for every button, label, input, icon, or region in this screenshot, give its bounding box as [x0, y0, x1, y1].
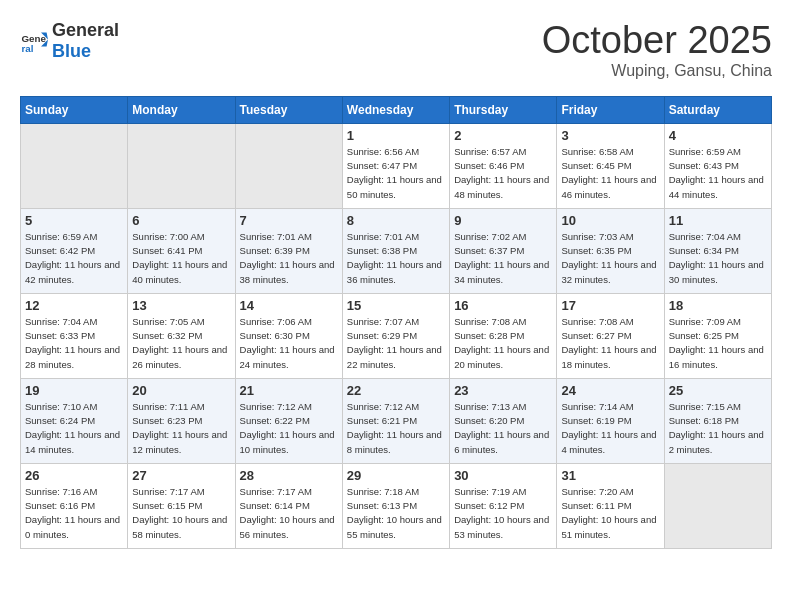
- cell-info: Sunrise: 7:08 AM Sunset: 6:28 PM Dayligh…: [454, 315, 552, 372]
- calendar-week-1: 1Sunrise: 6:56 AM Sunset: 6:47 PM Daylig…: [21, 123, 772, 208]
- day-number: 19: [25, 383, 123, 398]
- calendar-cell: 5Sunrise: 6:59 AM Sunset: 6:42 PM Daylig…: [21, 208, 128, 293]
- calendar-cell: 23Sunrise: 7:13 AM Sunset: 6:20 PM Dayli…: [450, 378, 557, 463]
- calendar-cell: [21, 123, 128, 208]
- day-number: 15: [347, 298, 445, 313]
- cell-info: Sunrise: 6:59 AM Sunset: 6:43 PM Dayligh…: [669, 145, 767, 202]
- day-number: 29: [347, 468, 445, 483]
- day-header-monday: Monday: [128, 96, 235, 123]
- day-number: 17: [561, 298, 659, 313]
- cell-info: Sunrise: 7:17 AM Sunset: 6:15 PM Dayligh…: [132, 485, 230, 542]
- day-number: 10: [561, 213, 659, 228]
- calendar-cell: 22Sunrise: 7:12 AM Sunset: 6:21 PM Dayli…: [342, 378, 449, 463]
- logo-text: General Blue: [52, 20, 119, 62]
- calendar-cell: 26Sunrise: 7:16 AM Sunset: 6:16 PM Dayli…: [21, 463, 128, 548]
- calendar-cell: 24Sunrise: 7:14 AM Sunset: 6:19 PM Dayli…: [557, 378, 664, 463]
- cell-info: Sunrise: 7:05 AM Sunset: 6:32 PM Dayligh…: [132, 315, 230, 372]
- day-number: 22: [347, 383, 445, 398]
- calendar-cell: 4Sunrise: 6:59 AM Sunset: 6:43 PM Daylig…: [664, 123, 771, 208]
- calendar-cell: 12Sunrise: 7:04 AM Sunset: 6:33 PM Dayli…: [21, 293, 128, 378]
- calendar-cell: 3Sunrise: 6:58 AM Sunset: 6:45 PM Daylig…: [557, 123, 664, 208]
- calendar-cell: 16Sunrise: 7:08 AM Sunset: 6:28 PM Dayli…: [450, 293, 557, 378]
- day-number: 13: [132, 298, 230, 313]
- cell-info: Sunrise: 6:59 AM Sunset: 6:42 PM Dayligh…: [25, 230, 123, 287]
- cell-info: Sunrise: 7:20 AM Sunset: 6:11 PM Dayligh…: [561, 485, 659, 542]
- day-number: 8: [347, 213, 445, 228]
- calendar-cell: 7Sunrise: 7:01 AM Sunset: 6:39 PM Daylig…: [235, 208, 342, 293]
- day-number: 30: [454, 468, 552, 483]
- cell-info: Sunrise: 6:56 AM Sunset: 6:47 PM Dayligh…: [347, 145, 445, 202]
- calendar-cell: 19Sunrise: 7:10 AM Sunset: 6:24 PM Dayli…: [21, 378, 128, 463]
- day-header-friday: Friday: [557, 96, 664, 123]
- month-title: October 2025: [542, 20, 772, 62]
- cell-info: Sunrise: 7:01 AM Sunset: 6:39 PM Dayligh…: [240, 230, 338, 287]
- day-number: 4: [669, 128, 767, 143]
- calendar-cell: 28Sunrise: 7:17 AM Sunset: 6:14 PM Dayli…: [235, 463, 342, 548]
- day-number: 1: [347, 128, 445, 143]
- cell-info: Sunrise: 7:14 AM Sunset: 6:19 PM Dayligh…: [561, 400, 659, 457]
- calendar-cell: [235, 123, 342, 208]
- calendar-cell: 1Sunrise: 6:56 AM Sunset: 6:47 PM Daylig…: [342, 123, 449, 208]
- cell-info: Sunrise: 7:12 AM Sunset: 6:21 PM Dayligh…: [347, 400, 445, 457]
- day-number: 28: [240, 468, 338, 483]
- calendar-cell: 27Sunrise: 7:17 AM Sunset: 6:15 PM Dayli…: [128, 463, 235, 548]
- day-number: 6: [132, 213, 230, 228]
- day-header-sunday: Sunday: [21, 96, 128, 123]
- cell-info: Sunrise: 6:58 AM Sunset: 6:45 PM Dayligh…: [561, 145, 659, 202]
- calendar-cell: [664, 463, 771, 548]
- day-number: 3: [561, 128, 659, 143]
- day-number: 20: [132, 383, 230, 398]
- day-header-saturday: Saturday: [664, 96, 771, 123]
- calendar-cell: 31Sunrise: 7:20 AM Sunset: 6:11 PM Dayli…: [557, 463, 664, 548]
- calendar-cell: 17Sunrise: 7:08 AM Sunset: 6:27 PM Dayli…: [557, 293, 664, 378]
- cell-info: Sunrise: 7:10 AM Sunset: 6:24 PM Dayligh…: [25, 400, 123, 457]
- logo-icon: Gene ral: [20, 27, 48, 55]
- cell-info: Sunrise: 7:08 AM Sunset: 6:27 PM Dayligh…: [561, 315, 659, 372]
- cell-info: Sunrise: 7:13 AM Sunset: 6:20 PM Dayligh…: [454, 400, 552, 457]
- calendar-cell: 14Sunrise: 7:06 AM Sunset: 6:30 PM Dayli…: [235, 293, 342, 378]
- day-number: 27: [132, 468, 230, 483]
- calendar-week-5: 26Sunrise: 7:16 AM Sunset: 6:16 PM Dayli…: [21, 463, 772, 548]
- cell-info: Sunrise: 7:15 AM Sunset: 6:18 PM Dayligh…: [669, 400, 767, 457]
- day-header-thursday: Thursday: [450, 96, 557, 123]
- calendar-cell: 6Sunrise: 7:00 AM Sunset: 6:41 PM Daylig…: [128, 208, 235, 293]
- day-number: 12: [25, 298, 123, 313]
- cell-info: Sunrise: 7:02 AM Sunset: 6:37 PM Dayligh…: [454, 230, 552, 287]
- cell-info: Sunrise: 7:19 AM Sunset: 6:12 PM Dayligh…: [454, 485, 552, 542]
- calendar-cell: 13Sunrise: 7:05 AM Sunset: 6:32 PM Dayli…: [128, 293, 235, 378]
- cell-info: Sunrise: 7:06 AM Sunset: 6:30 PM Dayligh…: [240, 315, 338, 372]
- cell-info: Sunrise: 7:00 AM Sunset: 6:41 PM Dayligh…: [132, 230, 230, 287]
- calendar-cell: 18Sunrise: 7:09 AM Sunset: 6:25 PM Dayli…: [664, 293, 771, 378]
- cell-info: Sunrise: 7:07 AM Sunset: 6:29 PM Dayligh…: [347, 315, 445, 372]
- calendar-cell: 15Sunrise: 7:07 AM Sunset: 6:29 PM Dayli…: [342, 293, 449, 378]
- cell-info: Sunrise: 7:09 AM Sunset: 6:25 PM Dayligh…: [669, 315, 767, 372]
- day-number: 11: [669, 213, 767, 228]
- cell-info: Sunrise: 7:11 AM Sunset: 6:23 PM Dayligh…: [132, 400, 230, 457]
- day-number: 2: [454, 128, 552, 143]
- day-number: 9: [454, 213, 552, 228]
- calendar-cell: 30Sunrise: 7:19 AM Sunset: 6:12 PM Dayli…: [450, 463, 557, 548]
- calendar-cell: 9Sunrise: 7:02 AM Sunset: 6:37 PM Daylig…: [450, 208, 557, 293]
- calendar-cell: 10Sunrise: 7:03 AM Sunset: 6:35 PM Dayli…: [557, 208, 664, 293]
- calendar-cell: 29Sunrise: 7:18 AM Sunset: 6:13 PM Dayli…: [342, 463, 449, 548]
- day-number: 7: [240, 213, 338, 228]
- cell-info: Sunrise: 7:17 AM Sunset: 6:14 PM Dayligh…: [240, 485, 338, 542]
- cell-info: Sunrise: 7:03 AM Sunset: 6:35 PM Dayligh…: [561, 230, 659, 287]
- calendar-week-2: 5Sunrise: 6:59 AM Sunset: 6:42 PM Daylig…: [21, 208, 772, 293]
- location-title: Wuping, Gansu, China: [542, 62, 772, 80]
- cell-info: Sunrise: 7:04 AM Sunset: 6:33 PM Dayligh…: [25, 315, 123, 372]
- calendar-cell: 2Sunrise: 6:57 AM Sunset: 6:46 PM Daylig…: [450, 123, 557, 208]
- day-header-wednesday: Wednesday: [342, 96, 449, 123]
- logo: Gene ral General Blue: [20, 20, 119, 62]
- day-number: 23: [454, 383, 552, 398]
- day-number: 5: [25, 213, 123, 228]
- title-block: October 2025 Wuping, Gansu, China: [542, 20, 772, 80]
- day-number: 31: [561, 468, 659, 483]
- day-number: 21: [240, 383, 338, 398]
- cell-info: Sunrise: 7:12 AM Sunset: 6:22 PM Dayligh…: [240, 400, 338, 457]
- cell-info: Sunrise: 7:01 AM Sunset: 6:38 PM Dayligh…: [347, 230, 445, 287]
- day-number: 18: [669, 298, 767, 313]
- svg-text:ral: ral: [21, 43, 33, 54]
- day-number: 14: [240, 298, 338, 313]
- cell-info: Sunrise: 6:57 AM Sunset: 6:46 PM Dayligh…: [454, 145, 552, 202]
